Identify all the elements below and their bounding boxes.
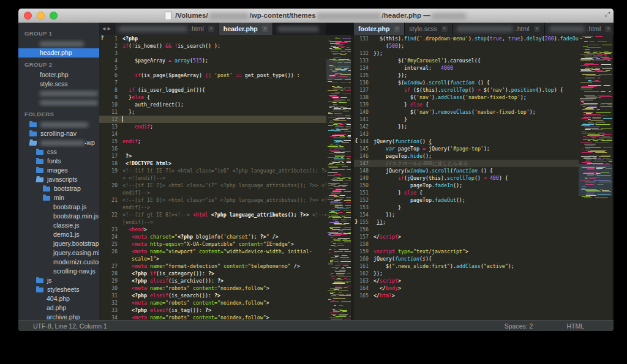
sidebar-item-images[interactable]: images	[18, 166, 99, 175]
sidebar-item-ad.php[interactable]: ad.php	[18, 303, 99, 313]
code-line-135: 135 });	[354, 72, 579, 79]
code-line-10: 10 auth_redirect();	[99, 101, 326, 108]
sidebar-section-folders: FOLDERS	[18, 107, 99, 120]
line-number: 14	[105, 130, 118, 138]
item-label: style.scss	[40, 80, 68, 89]
line-number: 19	[105, 167, 118, 174]
tab-style.scss[interactable]: style.scss✕	[405, 23, 452, 35]
code-line-33: 33 <?php elseif(is_tag()): ?>	[99, 306, 326, 314]
syntax-mode[interactable]: HTML	[566, 322, 584, 330]
line-number: 143	[359, 130, 369, 138]
sidebar-item-scrolling-nav.js[interactable]: scrolling-nav.js	[18, 267, 99, 276]
item-label: images	[47, 166, 68, 175]
close-tab-icon[interactable]: ✕	[441, 26, 448, 32]
sidebar-item-scrolling-nav[interactable]: scrolling-nav	[18, 129, 99, 138]
folder-icon	[36, 288, 43, 292]
indent-settings[interactable]: Spaces: 2	[505, 322, 533, 330]
sidebar-item-redacted[interactable]	[18, 98, 99, 107]
title-bar[interactable]: /Volumes//wp-content/themes/header.php —…	[18, 9, 614, 23]
item-label: bootstrap.min.js	[53, 212, 99, 221]
close-tab-icon[interactable]: ✕	[208, 26, 214, 32]
code-line-161: 161 $(".news_slide:first").addClass("act…	[354, 262, 579, 270]
minimap-left[interactable]	[326, 35, 351, 321]
gutter-mark: ?	[99, 35, 105, 42]
minimap-right[interactable]	[579, 35, 612, 321]
tab-nav-arrows[interactable]: ◀▶	[99, 23, 115, 35]
sidebar-item-fonts[interactable]: fonts	[18, 157, 99, 166]
sidebar-item-bootstrap.min.js[interactable]: bootstrap.min.js	[18, 212, 99, 221]
code-line-28: 28 <?php if(is_category()): ?>	[99, 270, 326, 277]
sidebar-item-header.php[interactable]: header.php	[18, 48, 99, 58]
tab-redacted[interactable]: .html✕	[452, 23, 545, 35]
code-line-154: 154 });	[354, 211, 579, 218]
line-number: 155	[359, 218, 369, 226]
editor-window: /Volumes//wp-content/themes/header.php —…	[18, 9, 614, 331]
code-line-146: 146 pageTop.hide();	[354, 152, 579, 160]
item-label: ad.php	[47, 303, 66, 313]
editor-pane-left[interactable]: ?1<?php2if(!is_home() && !is_search() ):…	[99, 35, 326, 321]
text-cursor	[122, 116, 123, 122]
sidebar-item-min[interactable]: min	[18, 193, 99, 202]
sidebar-item-javascripts[interactable]: javascripts	[18, 175, 99, 184]
sidebar-item-css[interactable]: css	[18, 147, 99, 157]
line-number: 33	[105, 306, 118, 314]
fullscreen-icon[interactable]: ⤢	[604, 10, 610, 18]
redacted-text	[209, 13, 249, 20]
close-tab-icon[interactable]: ✕	[534, 26, 540, 32]
code-line-155: }155 });	[354, 218, 579, 226]
sidebar-item-modernizr.custom.js[interactable]: modernizr.custom.js	[18, 258, 99, 267]
line-number	[105, 218, 118, 226]
sidebar-item-stylesheets[interactable]: stylesheets	[18, 285, 99, 294]
sidebar-item-js[interactable]: js	[18, 276, 99, 285]
line-number: 15	[105, 138, 118, 145]
code-line-wrap: (500);	[354, 42, 579, 50]
close-tab-icon[interactable]: ✕	[605, 26, 611, 32]
tab-label-suffix: .html	[587, 25, 601, 32]
line-number: 153	[359, 204, 369, 211]
sidebar-item-classie.js[interactable]: classie.js	[18, 221, 99, 230]
code-line-2: 2if(!is_home() && !is_search() ):	[99, 42, 326, 50]
line-number: 133	[359, 57, 369, 64]
line-number: 32	[105, 299, 118, 306]
code-line-142: 142 });	[354, 123, 579, 130]
sidebar-item-demo1.js[interactable]: demo1.js	[18, 230, 99, 239]
tab-header.php[interactable]: header.php✕	[219, 23, 273, 35]
code-line-12: 12	[99, 116, 326, 123]
close-tab-icon[interactable]: ✕	[262, 26, 268, 32]
redacted-tab-label	[549, 26, 585, 32]
sidebar-item-redacted[interactable]: -wp	[18, 138, 99, 147]
code-line-131: 131 $(this).find('.dropdown-menu').stop(…	[354, 35, 579, 42]
code-line-wrap: scale=1">	[99, 255, 326, 262]
close-tab-icon[interactable]: ✕	[394, 26, 400, 32]
tab-footer.php[interactable]: footer.php✕	[354, 23, 405, 35]
item-label: stylesheets	[47, 285, 80, 294]
item-label: bootstrap	[54, 184, 81, 193]
line-number: 13	[105, 123, 118, 130]
tab-redacted[interactable]: .html✕	[115, 23, 219, 35]
tab-redacted[interactable]: .html✕	[545, 23, 614, 35]
editor-pane-right[interactable]: 131 $(this).find('.dropdown-menu').stop(…	[354, 35, 579, 321]
sidebar-item-jquery.bootstrap-drop[interactable]: jquery.bootstrap-drop	[18, 239, 99, 248]
sidebar-item-redacted[interactable]	[18, 89, 99, 98]
sidebar[interactable]: GROUP 1header.phpGROUP 2footer.phpstyle.…	[18, 23, 99, 321]
sidebar-item-redacted[interactable]	[18, 120, 99, 129]
sidebar-item-footer.php[interactable]: footer.php	[18, 70, 99, 80]
folder-icon	[36, 159, 43, 164]
line-number: 10	[105, 101, 118, 108]
sidebar-item-jquery.easing.min.js[interactable]: jquery.easing.min.js	[18, 248, 99, 258]
code-line-20: 20<!--[if IE 7]> <html class="i7" <?php …	[99, 182, 326, 189]
cursor-position-status: UTF-8, Line 12, Column 1	[18, 322, 107, 330]
line-number	[105, 189, 118, 196]
line-number: 8	[105, 86, 118, 94]
code-line-29: 29 <?php elseif(is_archive()): ?>	[99, 277, 326, 284]
line-number: 137	[359, 86, 369, 94]
sidebar-item-404.php[interactable]: 404.php	[18, 294, 99, 303]
tab-redacted[interactable]	[273, 23, 326, 35]
sidebar-item-bootstrap.js[interactable]: bootstrap.js	[18, 202, 99, 212]
line-number: 147	[359, 160, 369, 167]
sidebar-item-redacted[interactable]	[18, 39, 99, 48]
sidebar-item-style.scss[interactable]: style.scss	[18, 80, 99, 89]
redacted-text	[432, 13, 466, 20]
line-number: 165	[359, 292, 369, 299]
sidebar-item-bootstrap[interactable]: bootstrap	[18, 184, 99, 193]
